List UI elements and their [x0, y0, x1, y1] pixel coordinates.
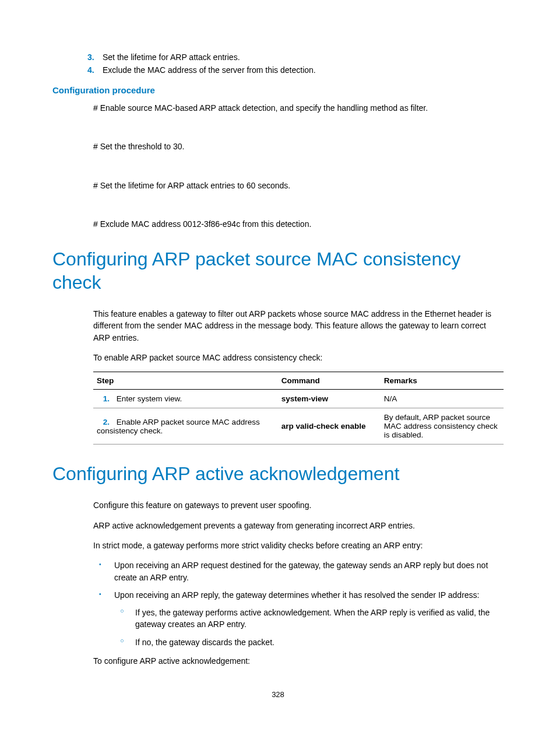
paragraph: To enable ARP packet source MAC address … [93, 352, 504, 363]
td-command: arp valid-check enable [278, 408, 381, 444]
td-command: system-view [278, 390, 381, 408]
bullet-text: Upon receiving an ARP reply, the gateway… [114, 590, 479, 600]
td-step: 2. Enable ARP packet source MAC address … [93, 408, 278, 444]
td-remarks: N/A [381, 390, 504, 408]
bullet-list: Upon receiving an ARP request destined f… [93, 559, 504, 648]
numbered-list-continued: 3. Set the lifetime for ARP attack entri… [52, 52, 504, 75]
table-row: 1. Enter system view. system-view N/A [93, 390, 504, 408]
config-step-text: # Set the lifetime for ARP attack entrie… [93, 180, 504, 191]
list-text: Exclude the MAC address of the server fr… [103, 65, 316, 75]
paragraph: To configure ARP active acknowledgement: [93, 655, 504, 667]
config-table: Step Command Remarks 1. Enter system vie… [93, 372, 504, 444]
list-number: 3. [87, 52, 103, 62]
bullet-item: Upon receiving an ARP reply, the gateway… [93, 589, 504, 648]
th-step: Step [93, 372, 278, 390]
config-step-text: # Enable source MAC-based ARP attack det… [93, 102, 504, 114]
config-step-text: # Set the threshold to 30. [93, 141, 504, 152]
table-header-row: Step Command Remarks [93, 372, 504, 390]
th-remarks: Remarks [381, 372, 504, 390]
page-number: 328 [52, 690, 504, 699]
config-steps-block: # Enable source MAC-based ARP attack det… [52, 102, 504, 230]
config-step-text: # Exclude MAC address 0012-3f86-e94c fro… [93, 218, 504, 230]
table-row: 2. Enable ARP packet source MAC address … [93, 408, 504, 444]
step-text: Enable ARP packet source MAC address con… [97, 418, 260, 435]
section-body: Configure this feature on gateways to pr… [52, 499, 504, 667]
list-item: 4. Exclude the MAC address of the server… [52, 65, 504, 75]
sub-bullet-item: If no, the gateway discards the packet. [114, 636, 504, 648]
paragraph: Configure this feature on gateways to pr… [93, 499, 504, 511]
config-procedure-heading: Configuration procedure [52, 85, 504, 95]
th-command: Command [278, 372, 381, 390]
section-heading-consistency-check: Configuring ARP packet source MAC consis… [52, 247, 504, 294]
td-step: 1. Enter system view. [93, 390, 278, 408]
td-remarks: By default, ARP packet source MAC addres… [381, 408, 504, 444]
bullet-item: Upon receiving an ARP request destined f… [93, 559, 504, 583]
paragraph: This feature enables a gateway to filter… [93, 308, 504, 344]
list-text: Set the lifetime for ARP attack entries. [103, 52, 240, 62]
paragraph: ARP active acknowledgement prevents a ga… [93, 520, 504, 531]
section-heading-active-ack: Configuring ARP active acknowledgement [52, 462, 504, 485]
sub-bullet-list: If yes, the gateway performs active ackn… [114, 607, 504, 648]
step-number: 2. [97, 418, 110, 426]
step-number: 1. [97, 394, 110, 403]
step-text: Enter system view. [117, 394, 182, 403]
document-page: 3. Set the lifetime for ARP attack entri… [0, 0, 556, 722]
list-number: 4. [87, 65, 103, 75]
sub-bullet-item: If yes, the gateway performs active ackn… [114, 607, 504, 631]
list-item: 3. Set the lifetime for ARP attack entri… [52, 52, 504, 62]
section-body: This feature enables a gateway to filter… [52, 308, 504, 444]
paragraph: In strict mode, a gateway performs more … [93, 540, 504, 551]
